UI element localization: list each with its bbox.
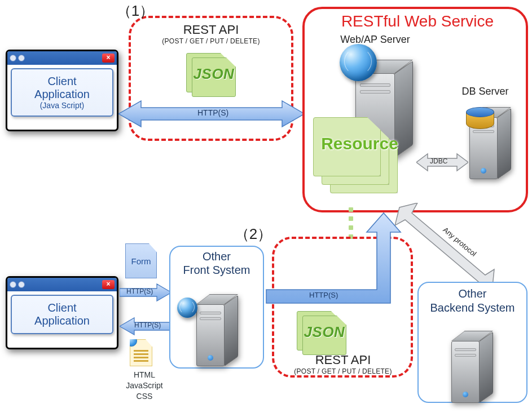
- restful-title: RESTful Web Service: [316, 12, 519, 30]
- window-close-icon: ×: [102, 54, 115, 63]
- jdbc-label: JDBC: [430, 157, 447, 165]
- window-close-icon: ×: [102, 280, 115, 289]
- client-app-1-window: × Client Application (Java Script): [6, 50, 118, 131]
- html-doc-icon: [130, 339, 152, 366]
- window-control-icon: [10, 281, 16, 288]
- window-control-icon: [18, 281, 25, 288]
- front-title-1: Other: [169, 250, 264, 263]
- backend-title-1: Other: [417, 287, 527, 300]
- client-app-1-line3: (Java Script): [15, 101, 109, 110]
- client-app-2-card: Client Application: [11, 295, 113, 334]
- form-label: Form: [131, 256, 151, 266]
- resource-stack-icon: Resource: [313, 117, 398, 202]
- resource-label: Resource: [307, 134, 412, 153]
- rest-api-1-title: REST API: [135, 23, 287, 37]
- window-control-icon: [10, 55, 16, 61]
- backend-server-icon: [451, 324, 496, 403]
- http-1-label: HTTP(S): [197, 108, 228, 117]
- window-titlebar: ×: [7, 278, 117, 291]
- section-1-number: （1）: [113, 1, 158, 21]
- globe-icon: [340, 44, 377, 81]
- front-title-2: Front System: [169, 264, 264, 277]
- mini-globe-icon-2: [177, 298, 197, 318]
- rest-api-2-title: REST API: [276, 353, 410, 367]
- html-doc-label: HTML JavaScript CSS: [122, 370, 167, 402]
- client-app-2-window: × Client Application: [6, 276, 118, 349]
- client-app-1-card: Client Application (Java Script): [11, 68, 113, 117]
- mini-globe-icon: [126, 335, 137, 347]
- form-doc-icon: Form: [125, 243, 157, 278]
- http-to-front-label: HTTP(S): [126, 287, 153, 295]
- rest-api-2-subtitle: (POST / GET / PUT / DELETE): [276, 367, 410, 375]
- window-control-icon: [18, 55, 25, 61]
- window-titlebar: ×: [7, 51, 117, 65]
- database-cylinder-icon: [466, 107, 494, 133]
- front-server-icon: [196, 287, 241, 366]
- webap-server-label: Web/AP Server: [327, 34, 423, 46]
- http-2-label: HTTP(S): [309, 291, 338, 299]
- json-doc-2-icon: JSON: [297, 311, 349, 355]
- backend-title-2: Backend System: [417, 301, 527, 314]
- client-app-2-line1: Client: [15, 301, 109, 314]
- client-app-1-line2: Application: [15, 88, 109, 101]
- rest-api-1-subtitle: (POST / GET / PUT / DELETE): [135, 37, 287, 45]
- json-doc-1-icon: JSON: [186, 53, 238, 97]
- db-server-label: DB Server: [454, 86, 516, 97]
- client-app-1-line1: Client: [15, 75, 109, 88]
- client-app-2-line2: Application: [15, 314, 109, 327]
- json-doc-1-label: JSON: [186, 65, 241, 83]
- json-doc-2-label: JSON: [297, 323, 352, 341]
- http-from-front-label: HTTP(S): [134, 321, 161, 329]
